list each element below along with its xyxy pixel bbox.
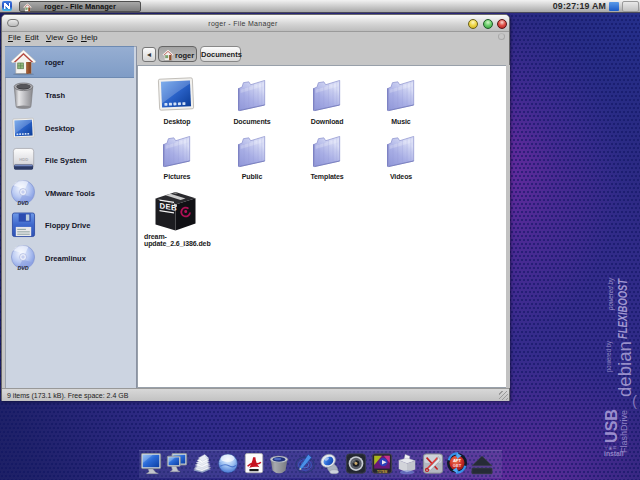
svg-text:powered by: powered by [607,277,615,311]
svg-text:FlashDrive: FlashDrive [619,410,629,453]
svg-text:debian: debian [614,341,635,397]
svg-text:FLEXIBOOST: FLEXIBOOST [616,278,630,339]
svg-text:USB: USB [602,409,620,443]
svg-text:powered by: powered by [605,340,613,372]
